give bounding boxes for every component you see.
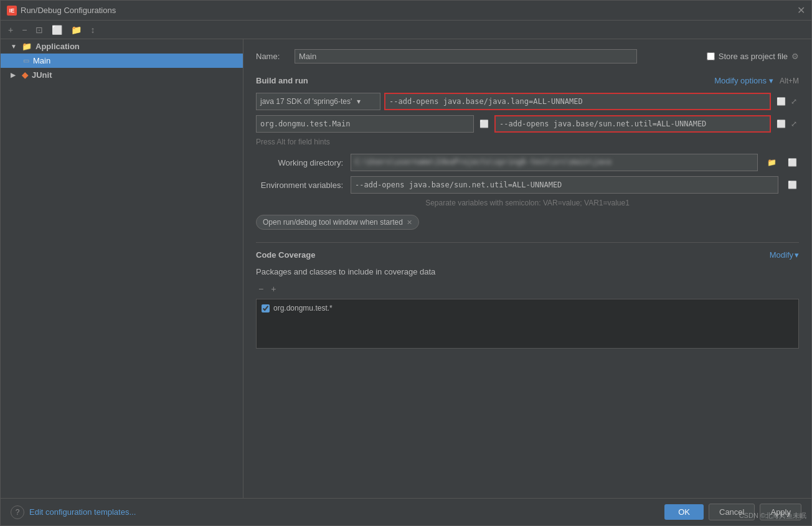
sdk-dropdown[interactable]: java 17 SDK of 'spring6-tes' ▾ xyxy=(256,93,380,110)
vm-options-input[interactable] xyxy=(384,93,771,110)
expand-icon-junit: ▶ xyxy=(11,72,18,78)
bottom-left: ? Edit configuration templates... xyxy=(11,505,136,519)
coverage-item-checkbox[interactable] xyxy=(262,304,270,312)
sdk-chevron: ▾ xyxy=(357,97,361,106)
ok-button[interactable]: OK xyxy=(664,504,704,520)
name-row: Name: Store as project file ⚙ xyxy=(256,49,799,63)
store-gear-button[interactable]: ⚙ xyxy=(791,52,799,61)
working-dir-blurred-content: C:\Users\username\IdeaProjects\spring6-t… xyxy=(351,154,757,169)
working-directory-row: Working directory: C:\Users\username\Ide… xyxy=(256,154,799,171)
build-run-title: Build and run xyxy=(256,76,308,85)
store-as-project-label: Store as project file xyxy=(719,52,788,61)
dialog-title: Run/Debug Configurations xyxy=(21,6,116,15)
store-as-project-checkbox[interactable] xyxy=(707,52,715,60)
working-directory-display[interactable]: C:\Users\username\IdeaProjects\spring6-t… xyxy=(351,154,758,171)
expand-icon-application: ▼ xyxy=(11,43,18,50)
sdk-vm-row: java 17 SDK of 'spring6-tes' ▾ ⬜ ⤢ xyxy=(256,93,799,110)
code-coverage-modify-label: Modify xyxy=(770,250,793,260)
coverage-add-button[interactable]: + xyxy=(268,283,278,295)
configurations-toolbar: + − ⊡ ⬜ 📁 ↕ xyxy=(1,21,811,39)
coverage-item: org.dongmu.test.* xyxy=(259,302,796,314)
help-button[interactable]: ? xyxy=(11,505,24,519)
right-panel: Name: Store as project file ⚙ Build and … xyxy=(243,39,811,498)
copy-configuration-button[interactable]: ⊡ xyxy=(33,24,45,36)
junit-group-label: JUnit xyxy=(32,70,52,80)
coverage-list: org.dongmu.test.* xyxy=(256,299,799,349)
main-class-row: ⬜ ⬜ ⤢ xyxy=(256,115,799,133)
coverage-toolbar: − + xyxy=(256,283,799,295)
main-class-input[interactable] xyxy=(256,115,474,133)
ie-icon: IE xyxy=(7,6,17,16)
code-coverage-header: Code Coverage Modify ▾ xyxy=(256,250,799,260)
vm-options-actions: ⬜ ⤢ xyxy=(775,96,799,107)
save-configuration-button[interactable]: ⬜ xyxy=(49,24,65,36)
store-row: Store as project file ⚙ xyxy=(707,52,799,61)
name-input[interactable] xyxy=(295,49,637,63)
section-divider xyxy=(256,242,799,243)
prog-args-expand-button[interactable]: ⤢ xyxy=(789,118,799,129)
watermark: CSDN ©北海冥鱼未眠 xyxy=(739,511,806,520)
code-coverage-modify-chevron: ▾ xyxy=(795,250,799,260)
add-configuration-button[interactable]: + xyxy=(6,24,16,36)
working-dir-folder-button[interactable]: 📁 xyxy=(765,157,778,168)
prog-args-copy-button[interactable]: ⬜ xyxy=(775,118,788,129)
vm-options-copy-button[interactable]: ⬜ xyxy=(775,96,788,107)
environment-variables-input[interactable] xyxy=(351,176,778,194)
working-dir-edit-button[interactable]: ⬜ xyxy=(786,157,799,168)
title-bar: IE Run/Debug Configurations ✕ xyxy=(1,1,811,21)
program-args-input[interactable] xyxy=(494,115,771,133)
sidebar-group-junit[interactable]: ▶ ◆ JUnit xyxy=(1,68,243,82)
sidebar-group-application[interactable]: ▼ 📁 Application xyxy=(1,39,243,54)
env-vars-edit-button[interactable]: ⬜ xyxy=(786,179,799,190)
modify-options-button[interactable]: Modify options ▾ xyxy=(714,76,773,85)
tag-close-button[interactable]: ✕ xyxy=(407,218,412,227)
tags-row: Open run/debug tool window when started … xyxy=(256,215,799,230)
coverage-remove-button[interactable]: − xyxy=(256,283,266,295)
close-button[interactable]: ✕ xyxy=(797,6,805,16)
sidebar-item-main[interactable]: ▭ Main xyxy=(1,54,243,68)
modify-options-shortcut: Alt+M xyxy=(780,77,799,85)
tag-label: Open run/debug tool window when started xyxy=(263,218,403,227)
environment-variables-label: Environment variables: xyxy=(256,181,343,190)
main-class-browse-button[interactable]: ⬜ xyxy=(478,118,491,129)
sdk-value: java 17 SDK of 'spring6-tes' xyxy=(260,97,352,106)
environment-variables-row: Environment variables: ⬜ xyxy=(256,176,799,194)
application-folder-icon: 📁 xyxy=(22,42,32,51)
tag-open-run-debug: Open run/debug tool window when started … xyxy=(256,215,419,230)
sort-configuration-button[interactable]: ↕ xyxy=(88,24,97,36)
modify-options-area: Modify options ▾ Alt+M xyxy=(714,76,799,85)
move-configuration-button[interactable]: 📁 xyxy=(68,24,84,36)
main-item-label: Main xyxy=(33,56,50,65)
name-row-left: Name: xyxy=(256,49,637,63)
vm-options-expand-button[interactable]: ⤢ xyxy=(789,96,799,107)
edit-templates-link[interactable]: Edit configuration templates... xyxy=(29,507,136,517)
name-label: Name: xyxy=(256,52,287,61)
working-directory-label: Working directory: xyxy=(256,158,343,167)
application-group-label: Application xyxy=(35,42,80,51)
modify-options-label: Modify options xyxy=(714,76,767,85)
junit-icon: ◆ xyxy=(22,70,28,80)
main-file-icon: ▭ xyxy=(23,57,29,65)
run-debug-dialog: IE Run/Debug Configurations ✕ + − ⊡ ⬜ 📁 … xyxy=(0,0,812,526)
title-bar-left: IE Run/Debug Configurations xyxy=(7,6,116,16)
main-content: ▼ 📁 Application ▭ Main ▶ ◆ JUnit Name: xyxy=(1,39,811,498)
coverage-description: Packages and classes to include in cover… xyxy=(256,267,799,276)
code-coverage-modify-button[interactable]: Modify ▾ xyxy=(770,250,799,260)
coverage-item-label: org.dongmu.test.* xyxy=(273,304,333,312)
remove-configuration-button[interactable]: − xyxy=(19,24,29,36)
separator-hint: Separate variables with semicolon: VAR=v… xyxy=(256,199,799,207)
bottom-bar: ? Edit configuration templates... OK Can… xyxy=(1,498,811,525)
prog-args-actions: ⬜ ⤢ xyxy=(775,118,799,129)
code-coverage-title: Code Coverage xyxy=(256,250,315,260)
field-hint-text: Press Alt for field hints xyxy=(256,138,799,146)
sidebar: ▼ 📁 Application ▭ Main ▶ ◆ JUnit xyxy=(1,39,243,498)
modify-options-chevron: ▾ xyxy=(769,76,773,85)
build-run-header: Build and run Modify options ▾ Alt+M xyxy=(256,76,799,85)
